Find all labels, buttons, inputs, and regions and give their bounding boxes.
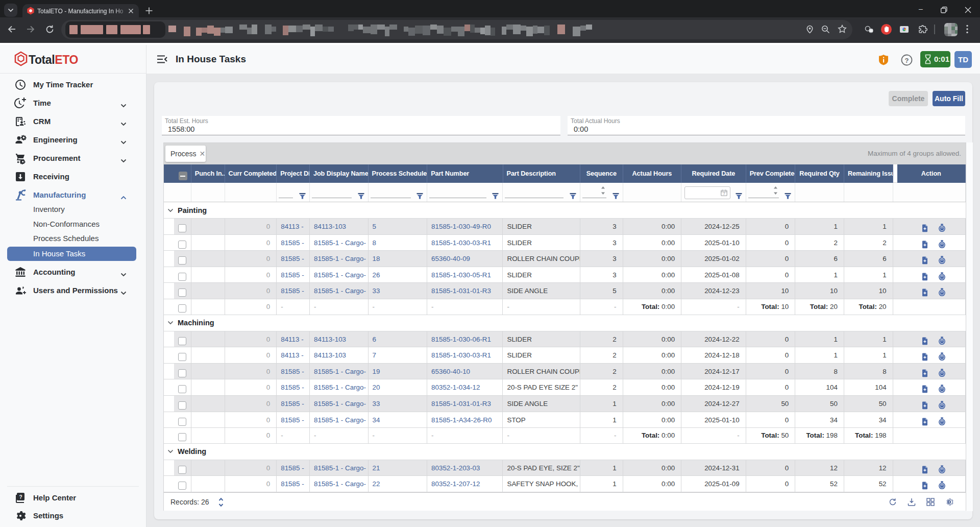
- svg-text:?: ?: [19, 494, 22, 500]
- svg-text:?: ?: [905, 57, 909, 64]
- svg-text:7: 7: [723, 192, 725, 196]
